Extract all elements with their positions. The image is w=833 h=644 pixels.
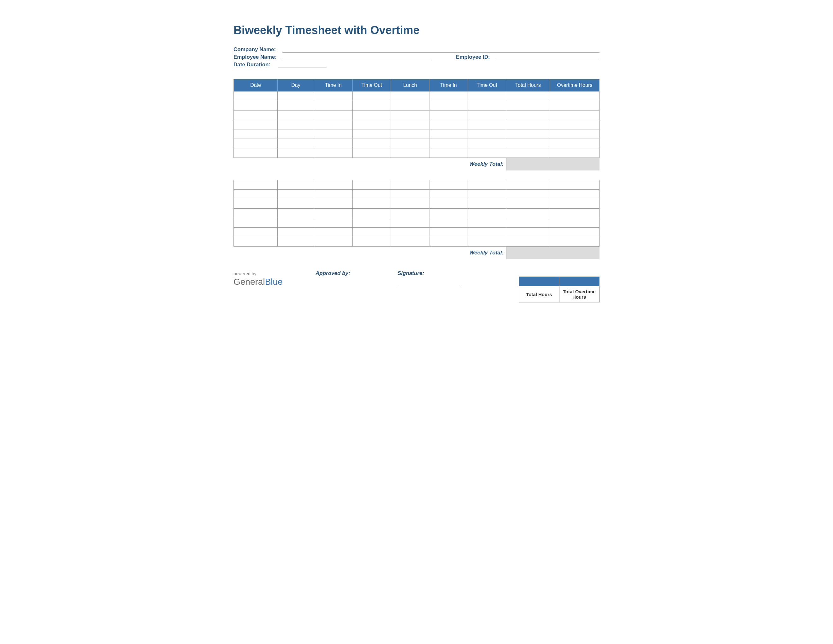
table-cell[interactable] xyxy=(468,120,506,129)
table-cell[interactable] xyxy=(278,92,314,101)
table-cell[interactable] xyxy=(352,120,391,129)
table-cell[interactable] xyxy=(550,139,600,148)
table-cell[interactable] xyxy=(429,139,468,148)
table-cell[interactable] xyxy=(278,228,314,237)
table-cell[interactable] xyxy=(506,237,550,246)
table-cell[interactable] xyxy=(234,237,278,246)
table-cell[interactable] xyxy=(391,209,429,218)
table-cell[interactable] xyxy=(391,92,429,101)
table-cell[interactable] xyxy=(314,139,352,148)
table-cell[interactable] xyxy=(352,218,391,228)
table-cell[interactable] xyxy=(468,101,506,111)
table-cell[interactable] xyxy=(550,190,600,199)
table-cell[interactable] xyxy=(429,237,468,246)
table-cell[interactable] xyxy=(429,199,468,209)
table-cell[interactable] xyxy=(391,228,429,237)
table-cell[interactable] xyxy=(352,111,391,120)
table-cell[interactable] xyxy=(314,209,352,218)
table-cell[interactable] xyxy=(314,237,352,246)
table-cell[interactable] xyxy=(314,101,352,111)
table-cell[interactable] xyxy=(429,148,468,158)
table-cell[interactable] xyxy=(550,228,600,237)
table-cell[interactable] xyxy=(234,228,278,237)
table-cell[interactable] xyxy=(506,101,550,111)
table-cell[interactable] xyxy=(314,180,352,190)
table-cell[interactable] xyxy=(352,190,391,199)
table-cell[interactable] xyxy=(506,218,550,228)
table-cell[interactable] xyxy=(278,199,314,209)
table-cell[interactable] xyxy=(468,218,506,228)
table-cell[interactable] xyxy=(429,120,468,129)
table-cell[interactable] xyxy=(429,218,468,228)
table-cell[interactable] xyxy=(391,180,429,190)
table-cell[interactable] xyxy=(429,228,468,237)
table-cell[interactable] xyxy=(506,129,550,139)
table-cell[interactable] xyxy=(506,190,550,199)
table-cell[interactable] xyxy=(391,190,429,199)
table-cell[interactable] xyxy=(550,92,600,101)
table-cell[interactable] xyxy=(278,129,314,139)
table-cell[interactable] xyxy=(550,111,600,120)
table-cell[interactable] xyxy=(314,190,352,199)
table-cell[interactable] xyxy=(234,139,278,148)
table-cell[interactable] xyxy=(550,148,600,158)
table-cell[interactable] xyxy=(468,92,506,101)
table-cell[interactable] xyxy=(234,101,278,111)
table-cell[interactable] xyxy=(429,209,468,218)
table-cell[interactable] xyxy=(550,218,600,228)
table-cell[interactable] xyxy=(506,199,550,209)
table-cell[interactable] xyxy=(468,209,506,218)
table-cell[interactable] xyxy=(352,148,391,158)
table-cell[interactable] xyxy=(506,228,550,237)
table-cell[interactable] xyxy=(352,228,391,237)
table-cell[interactable] xyxy=(234,120,278,129)
table-cell[interactable] xyxy=(429,111,468,120)
table-cell[interactable] xyxy=(234,148,278,158)
table-cell[interactable] xyxy=(506,209,550,218)
table-cell[interactable] xyxy=(468,190,506,199)
table-cell[interactable] xyxy=(391,139,429,148)
table-cell[interactable] xyxy=(506,148,550,158)
table-cell[interactable] xyxy=(352,129,391,139)
table-cell[interactable] xyxy=(352,139,391,148)
table-cell[interactable] xyxy=(506,120,550,129)
table-cell[interactable] xyxy=(352,237,391,246)
table-cell[interactable] xyxy=(278,120,314,129)
table-cell[interactable] xyxy=(391,218,429,228)
table-cell[interactable] xyxy=(314,120,352,129)
table-cell[interactable] xyxy=(352,209,391,218)
table-cell[interactable] xyxy=(506,92,550,101)
table-cell[interactable] xyxy=(314,218,352,228)
table-cell[interactable] xyxy=(468,180,506,190)
table-cell[interactable] xyxy=(550,129,600,139)
table-cell[interactable] xyxy=(550,180,600,190)
table-cell[interactable] xyxy=(278,180,314,190)
table-cell[interactable] xyxy=(468,237,506,246)
table-cell[interactable] xyxy=(468,228,506,237)
table-cell[interactable] xyxy=(468,139,506,148)
table-cell[interactable] xyxy=(550,120,600,129)
table-cell[interactable] xyxy=(429,92,468,101)
table-cell[interactable] xyxy=(429,101,468,111)
date-duration-field[interactable] xyxy=(278,61,326,68)
table-cell[interactable] xyxy=(314,111,352,120)
table-cell[interactable] xyxy=(278,148,314,158)
table-cell[interactable] xyxy=(506,139,550,148)
table-cell[interactable] xyxy=(234,180,278,190)
table-cell[interactable] xyxy=(391,148,429,158)
table-cell[interactable] xyxy=(550,101,600,111)
employee-name-field[interactable] xyxy=(282,54,431,60)
table-cell[interactable] xyxy=(278,218,314,228)
table-cell[interactable] xyxy=(314,228,352,237)
table-cell[interactable] xyxy=(429,190,468,199)
table-cell[interactable] xyxy=(468,129,506,139)
table-cell[interactable] xyxy=(506,111,550,120)
table-cell[interactable] xyxy=(314,92,352,101)
table-cell[interactable] xyxy=(234,199,278,209)
table-cell[interactable] xyxy=(234,111,278,120)
table-cell[interactable] xyxy=(506,180,550,190)
table-cell[interactable] xyxy=(352,92,391,101)
table-cell[interactable] xyxy=(234,190,278,199)
table-cell[interactable] xyxy=(391,129,429,139)
table-cell[interactable] xyxy=(278,111,314,120)
